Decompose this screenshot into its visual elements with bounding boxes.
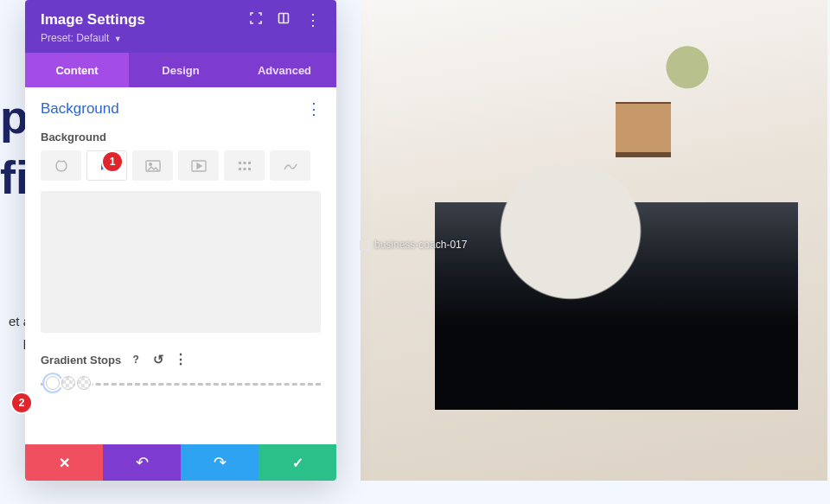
svg-rect-5 (239, 162, 241, 164)
preview-placeholder-label: business-coach-017 (374, 239, 467, 251)
save-button[interactable]: ✓ (259, 444, 336, 481)
undo-icon: ↶ (136, 453, 149, 472)
svg-rect-10 (248, 168, 251, 170)
bg-type-color[interactable] (41, 150, 81, 181)
tabs: Content Design Advanced (25, 53, 336, 87)
redo-icon: ↷ (214, 453, 227, 472)
tab-design[interactable]: Design (129, 53, 233, 87)
bg-type-mask[interactable] (270, 150, 310, 181)
gradient-stop-1[interactable] (46, 376, 60, 390)
field-label-background: Background (41, 131, 321, 144)
preview-placeholder: business-coach-017 (360, 239, 467, 251)
help-icon[interactable]: ? (128, 352, 144, 367)
gradient-stop-3[interactable] (77, 376, 91, 390)
section-menu-icon[interactable]: ⋮ (306, 99, 321, 118)
svg-rect-9 (243, 168, 246, 170)
bg-type-video[interactable] (178, 150, 219, 181)
bg-type-image[interactable] (132, 150, 173, 181)
action-bar: ✕ ↶ ↷ ✓ (25, 444, 336, 481)
panel-title: Image Settings (41, 11, 145, 29)
settings-panel: Image Settings ⋮ Preset: Default ▼ (25, 0, 336, 481)
annotation-marker-2: 2 (12, 393, 31, 412)
cancel-button[interactable]: ✕ (25, 444, 103, 481)
placeholder-square-icon (360, 240, 369, 250)
annotation-marker-1: 1 (103, 152, 122, 171)
svg-rect-6 (243, 162, 246, 164)
reset-icon[interactable]: ↺ (150, 352, 166, 367)
chevron-down-icon: ▼ (114, 35, 122, 43)
panel-menu-icon[interactable]: ⋮ (305, 12, 321, 28)
svg-point-3 (149, 163, 151, 165)
gradient-stops-menu-icon[interactable]: ⋮ (173, 352, 188, 367)
gradient-stops-label: Gradient Stops (41, 354, 121, 367)
undo-button[interactable]: ↶ (103, 444, 181, 481)
redo-button[interactable]: ↷ (181, 444, 259, 481)
background-type-tabs (41, 150, 321, 181)
preset-label: Preset: Default (41, 32, 109, 44)
panel-body: Background ⋮ Background (25, 87, 336, 444)
preset-dropdown[interactable]: Preset: Default ▼ (41, 32, 321, 44)
close-icon: ✕ (59, 455, 70, 471)
gradient-track[interactable] (41, 383, 321, 388)
gradient-preview[interactable] (41, 191, 321, 333)
bg-type-pattern[interactable] (224, 150, 265, 181)
svg-rect-8 (239, 168, 241, 170)
section-title-background[interactable]: Background (41, 100, 119, 118)
check-icon: ✓ (292, 455, 303, 471)
tab-advanced[interactable]: Advanced (233, 53, 336, 87)
tab-content[interactable]: Content (25, 53, 129, 87)
background-cut-text-top: p fi (0, 86, 26, 207)
focus-icon[interactable] (250, 12, 262, 28)
responsive-icon[interactable] (278, 12, 290, 28)
svg-rect-7 (248, 162, 251, 164)
gradient-stop-2[interactable] (61, 376, 75, 390)
panel-titlebar: Image Settings ⋮ Preset: Default ▼ (25, 0, 336, 53)
